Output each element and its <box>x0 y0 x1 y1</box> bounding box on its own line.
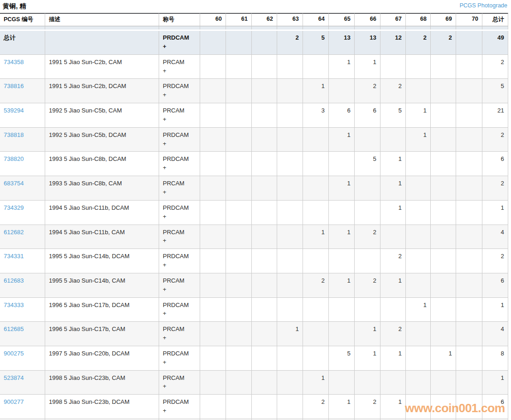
grade-count-60 <box>200 201 226 225</box>
grade-count-63 <box>277 128 303 152</box>
grade-count-61 <box>226 346 252 371</box>
grade-count-60 <box>200 249 226 273</box>
grade-count-65 <box>329 298 355 322</box>
pcgs-number-link[interactable]: 734331 <box>4 253 24 260</box>
grade-count-65 <box>329 79 355 103</box>
grade-count-69 <box>431 79 456 103</box>
grade-count-64: 2 <box>303 273 329 298</box>
grade-count-66 <box>355 176 380 201</box>
column-header-grade-70: 70 <box>456 13 482 26</box>
coin-description: 1992 5 Jiao Sun-C5b, CAM <box>45 103 159 128</box>
column-header-grade-62: 62 <box>252 13 277 26</box>
designation-label: PRDCAM+ <box>159 249 200 273</box>
spacer-cell <box>159 26 200 30</box>
grade-count-67: 1 <box>380 201 406 225</box>
designation-label: PRDCAM+ <box>159 79 200 103</box>
table-row: 7343291994 5 Jiao Sun-C11b, DCAMPRDCAM+1… <box>0 201 508 225</box>
designation-label: PRDCAM+ <box>159 395 200 419</box>
grade-count-60 <box>200 273 226 298</box>
grade-count-65: 6 <box>329 103 355 128</box>
grade-count-68 <box>406 201 431 225</box>
grade-count-69 <box>431 176 456 201</box>
coin-description: 1991 5 Jiao Sun-C2b, CAM <box>45 55 159 79</box>
totals-sum: 49 <box>482 31 508 55</box>
table-row: 6126851996 5 Jiao Sun-C17b, CAMPRCAM+112… <box>0 322 508 346</box>
row-total: 1 <box>482 298 508 322</box>
grade-count-69 <box>431 201 456 225</box>
pcgs-number-link[interactable]: 900277 <box>4 398 24 405</box>
grade-count-66 <box>355 371 380 395</box>
pcgs-number-link[interactable]: 734358 <box>4 59 24 65</box>
pcgs-number-link[interactable]: 738816 <box>4 83 24 89</box>
pcgs-number-link[interactable]: 612682 <box>4 229 24 236</box>
grade-count-61 <box>226 395 252 419</box>
grade-count-64 <box>303 176 329 201</box>
pcgs-number-cell: 523874 <box>0 371 45 395</box>
grade-count-61 <box>226 79 252 103</box>
coin-description: 1998 5 Jiao Sun-C23b, DCAM <box>45 395 159 419</box>
coin-description: 1998 5 Jiao Sun-C23b, CAM <box>45 371 159 395</box>
table-row: 7388201993 5 Jiao Sun-C8b, DCAMPRDCAM+51… <box>0 152 508 176</box>
pcgs-number-link[interactable]: 734333 <box>4 302 24 308</box>
totals-grade-70 <box>456 31 482 55</box>
grade-count-62 <box>252 273 277 298</box>
grade-count-65 <box>329 201 355 225</box>
pcgs-number-link[interactable]: 612683 <box>4 277 24 284</box>
pcgs-number-link[interactable]: 900275 <box>4 350 24 357</box>
grade-count-70 <box>456 103 482 128</box>
grade-count-70 <box>456 273 482 298</box>
top-bar: 黄铜, 精 PCGS Photograde <box>0 0 508 13</box>
photograde-link[interactable]: PCGS Photograde <box>459 2 507 9</box>
totals-grade-63: 2 <box>277 31 303 55</box>
grade-count-65: 1 <box>329 176 355 201</box>
grade-count-64 <box>303 201 329 225</box>
grade-count-70 <box>456 201 482 225</box>
grade-count-69 <box>431 371 456 395</box>
grade-count-68 <box>406 176 431 201</box>
table-row: 7388161991 5 Jiao Sun-C2b, DCAMPRDCAM+12… <box>0 79 508 103</box>
grade-count-67: 5 <box>380 103 406 128</box>
grade-count-66: 1 <box>355 55 380 79</box>
pcgs-number-link[interactable]: 523874 <box>4 374 24 381</box>
column-header-grade-60: 60 <box>200 13 226 26</box>
pcgs-number-cell: 900275 <box>0 346 45 371</box>
pcgs-number-link[interactable]: 612685 <box>4 325 24 332</box>
grade-count-63 <box>277 176 303 201</box>
grade-count-70 <box>456 79 482 103</box>
spacer-cell <box>0 26 45 30</box>
spacer-cell <box>406 26 431 30</box>
grade-count-64 <box>303 128 329 152</box>
pcgs-number-cell: 900277 <box>0 395 45 419</box>
coin-description: 1995 5 Jiao Sun-C14b, DCAM <box>45 249 159 273</box>
grade-count-67 <box>380 371 406 395</box>
grade-count-68 <box>406 249 431 273</box>
grade-count-68 <box>406 395 431 419</box>
totals-label: 总计 <box>0 31 45 55</box>
pcgs-number-cell: 612683 <box>0 273 45 298</box>
column-header-grade-68: 68 <box>406 13 431 26</box>
row-total: 5 <box>482 79 508 103</box>
row-total: 4 <box>482 225 508 249</box>
grade-count-66 <box>355 201 380 225</box>
grade-count-64 <box>303 298 329 322</box>
row-total: 2 <box>482 176 508 201</box>
page-title: 黄铜, 精 <box>3 2 26 11</box>
grade-count-64 <box>303 152 329 176</box>
pcgs-number-link[interactable]: 738820 <box>4 155 24 162</box>
grade-count-67: 1 <box>380 395 406 419</box>
table-row: 7343331996 5 Jiao Sun-C17b, DCAMPRDCAM+1… <box>0 298 508 322</box>
table-row: 7343311995 5 Jiao Sun-C14b, DCAMPRDCAM+2… <box>0 249 508 273</box>
grade-count-70 <box>456 395 482 419</box>
pcgs-number-link[interactable]: 734329 <box>4 204 24 211</box>
grade-count-66 <box>355 128 380 152</box>
row-total: 6 <box>482 273 508 298</box>
spacer-cell <box>303 26 329 30</box>
pcgs-number-link[interactable]: 539294 <box>4 107 24 114</box>
grade-count-69 <box>431 395 456 419</box>
designation-label: PRCAM+ <box>159 371 200 395</box>
grade-count-69: 1 <box>431 346 456 371</box>
grade-count-70 <box>456 346 482 371</box>
pcgs-number-link[interactable]: 683754 <box>4 180 24 187</box>
grade-count-63 <box>277 79 303 103</box>
pcgs-number-link[interactable]: 738818 <box>4 131 24 138</box>
